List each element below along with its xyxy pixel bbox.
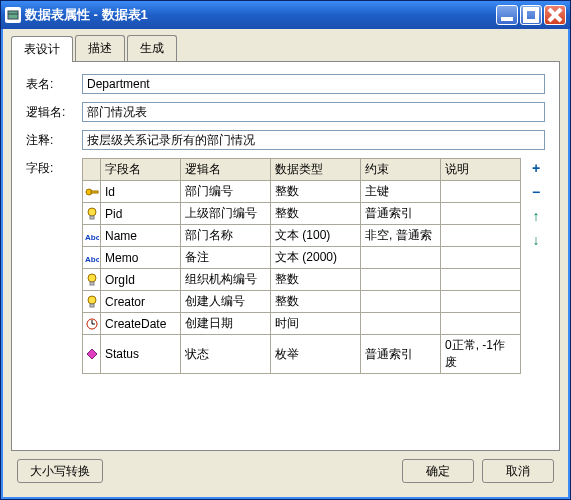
col-dtype[interactable]: 数据类型 <box>271 159 361 181</box>
cell-constraint[interactable]: 普通索引 <box>361 335 441 374</box>
cell-desc[interactable] <box>441 291 521 313</box>
svg-marker-19 <box>87 349 97 359</box>
window-buttons <box>496 5 566 25</box>
minimize-button[interactable] <box>496 5 518 25</box>
close-button[interactable] <box>544 5 566 25</box>
content-area: 表设计 描述 生成 表名: 逻辑名: 注释: 字段: <box>1 29 570 499</box>
cell-dtype[interactable]: 整数 <box>271 181 361 203</box>
side-buttons: + − ↑ ↓ <box>527 158 545 248</box>
col-desc[interactable]: 说明 <box>441 159 521 181</box>
input-logicname[interactable] <box>82 102 545 122</box>
svg-point-14 <box>88 296 96 304</box>
cell-dtype[interactable]: 文本 (100) <box>271 225 361 247</box>
svg-rect-7 <box>91 191 98 193</box>
input-comment[interactable] <box>82 130 545 150</box>
tab-design[interactable]: 表设计 <box>11 36 73 62</box>
tab-description[interactable]: 描述 <box>75 35 125 61</box>
label-tablename: 表名: <box>26 76 82 93</box>
footer: 大小写转换 确定 取消 <box>11 451 560 491</box>
table-row[interactable]: Status状态枚举普通索引0正常, -1作废 <box>83 335 521 374</box>
cell-name[interactable]: Status <box>101 335 181 374</box>
cell-logic[interactable]: 组织机构编号 <box>181 269 271 291</box>
fields-table-wrap: 字段名 逻辑名 数据类型 约束 说明 Id部门编号整数主键Pid上级部门编号整数… <box>82 158 521 374</box>
cell-logic[interactable]: 备注 <box>181 247 271 269</box>
bulb-icon <box>83 269 101 291</box>
cell-dtype[interactable]: 整数 <box>271 291 361 313</box>
svg-rect-13 <box>90 282 94 285</box>
input-tablename[interactable] <box>82 74 545 94</box>
case-toggle-button[interactable]: 大小写转换 <box>17 459 103 483</box>
tab-pane: 表名: 逻辑名: 注释: 字段: <box>11 61 560 451</box>
col-constraint[interactable]: 约束 <box>361 159 441 181</box>
cell-desc[interactable]: 0正常, -1作废 <box>441 335 521 374</box>
table-row[interactable]: Id部门编号整数主键 <box>83 181 521 203</box>
cell-desc[interactable] <box>441 225 521 247</box>
svg-rect-15 <box>90 304 94 307</box>
maximize-button[interactable] <box>520 5 542 25</box>
app-icon <box>5 7 21 23</box>
move-up-button[interactable]: ↑ <box>533 208 540 224</box>
abc-icon: Abc <box>83 247 101 269</box>
remove-row-button[interactable]: − <box>532 184 540 200</box>
svg-point-12 <box>88 274 96 282</box>
col-logic[interactable]: 逻辑名 <box>181 159 271 181</box>
bulb-icon <box>83 203 101 225</box>
cell-logic[interactable]: 上级部门编号 <box>181 203 271 225</box>
diamond-icon <box>83 335 101 374</box>
label-comment: 注释: <box>26 132 82 149</box>
table-row[interactable]: Pid上级部门编号整数普通索引 <box>83 203 521 225</box>
tab-generate[interactable]: 生成 <box>127 35 177 61</box>
window-title: 数据表属性 - 数据表1 <box>25 6 496 24</box>
cell-constraint[interactable] <box>361 269 441 291</box>
cell-logic[interactable]: 部门编号 <box>181 181 271 203</box>
table-row[interactable]: Creator创建人编号整数 <box>83 291 521 313</box>
svg-rect-3 <box>525 9 537 21</box>
cell-name[interactable]: CreateDate <box>101 313 181 335</box>
titlebar[interactable]: 数据表属性 - 数据表1 <box>1 1 570 29</box>
cell-logic[interactable]: 状态 <box>181 335 271 374</box>
dialog-window: 数据表属性 - 数据表1 表设计 描述 生成 表名: 逻辑名: 注释: <box>0 0 571 500</box>
cell-desc[interactable] <box>441 181 521 203</box>
cell-logic[interactable]: 创建人编号 <box>181 291 271 313</box>
cancel-button[interactable]: 取消 <box>482 459 554 483</box>
cell-desc[interactable] <box>441 247 521 269</box>
cell-desc[interactable] <box>441 313 521 335</box>
cell-constraint[interactable] <box>361 313 441 335</box>
ok-button[interactable]: 确定 <box>402 459 474 483</box>
move-down-button[interactable]: ↓ <box>533 232 540 248</box>
cell-constraint[interactable]: 普通索引 <box>361 203 441 225</box>
cell-dtype[interactable]: 枚举 <box>271 335 361 374</box>
fields-table: 字段名 逻辑名 数据类型 约束 说明 Id部门编号整数主键Pid上级部门编号整数… <box>82 158 521 374</box>
svg-rect-9 <box>90 216 94 219</box>
cell-name[interactable]: Pid <box>101 203 181 225</box>
table-row[interactable]: AbcMemo备注文本 (2000) <box>83 247 521 269</box>
svg-text:Abc: Abc <box>85 233 99 242</box>
cell-dtype[interactable]: 时间 <box>271 313 361 335</box>
key-icon <box>83 181 101 203</box>
cell-name[interactable]: Creator <box>101 291 181 313</box>
cell-constraint[interactable] <box>361 247 441 269</box>
cell-name[interactable]: Name <box>101 225 181 247</box>
cell-dtype[interactable]: 整数 <box>271 203 361 225</box>
table-row[interactable]: AbcName部门名称文本 (100)非空, 普通索 <box>83 225 521 247</box>
tabstrip: 表设计 描述 生成 <box>11 35 560 61</box>
clock-icon <box>83 313 101 335</box>
cell-constraint[interactable]: 主键 <box>361 181 441 203</box>
cell-name[interactable]: Memo <box>101 247 181 269</box>
cell-logic[interactable]: 部门名称 <box>181 225 271 247</box>
table-row[interactable]: CreateDate创建日期时间 <box>83 313 521 335</box>
cell-constraint[interactable]: 非空, 普通索 <box>361 225 441 247</box>
cell-dtype[interactable]: 文本 (2000) <box>271 247 361 269</box>
svg-point-8 <box>88 208 96 216</box>
cell-name[interactable]: Id <box>101 181 181 203</box>
cell-dtype[interactable]: 整数 <box>271 269 361 291</box>
add-row-button[interactable]: + <box>532 160 540 176</box>
col-name[interactable]: 字段名 <box>101 159 181 181</box>
cell-desc[interactable] <box>441 203 521 225</box>
svg-rect-0 <box>8 11 18 19</box>
cell-constraint[interactable] <box>361 291 441 313</box>
cell-desc[interactable] <box>441 269 521 291</box>
cell-logic[interactable]: 创建日期 <box>181 313 271 335</box>
cell-name[interactable]: OrgId <box>101 269 181 291</box>
table-row[interactable]: OrgId组织机构编号整数 <box>83 269 521 291</box>
